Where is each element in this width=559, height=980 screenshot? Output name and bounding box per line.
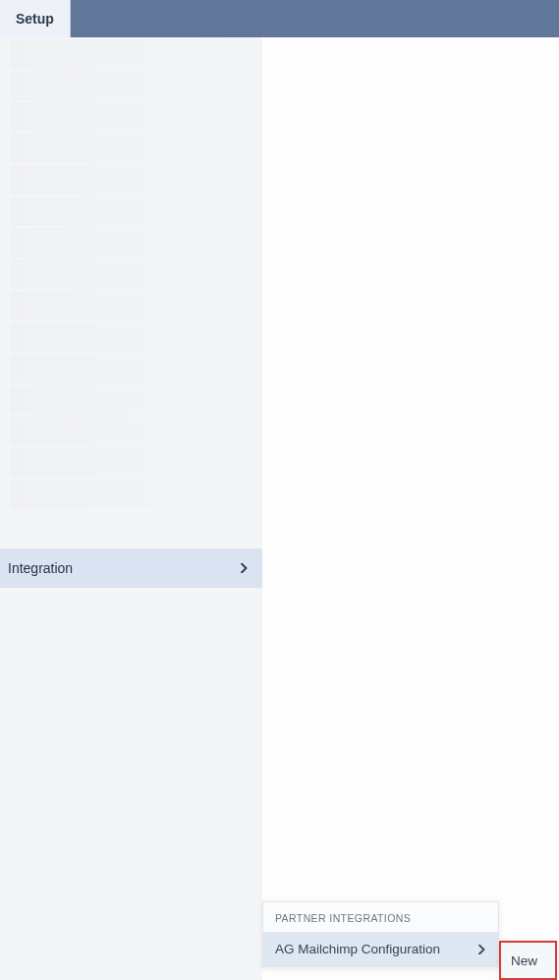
sidebar-placeholder	[10, 197, 252, 226]
sidebar-placeholder	[10, 259, 252, 289]
sidebar-placeholder	[10, 480, 252, 509]
sidebar-placeholder	[10, 39, 252, 69]
sidebar-placeholder	[10, 165, 252, 195]
tab-setup[interactable]: Setup	[0, 0, 71, 37]
chevron-right-icon	[476, 945, 486, 954]
topbar: Setup	[0, 0, 559, 37]
sidebar-placeholder	[10, 228, 252, 258]
flyout-item-label: New	[511, 953, 537, 968]
sidebar-placeholder	[10, 71, 252, 100]
tab-label: Setup	[16, 11, 54, 27]
sidebar-placeholder	[10, 291, 252, 320]
sidebar-item-label: Integration	[8, 560, 73, 576]
sidebar-placeholder	[10, 417, 252, 446]
sidebar: Integration	[0, 37, 262, 980]
sidebar-placeholder	[10, 322, 252, 352]
sidebar-placeholder	[10, 134, 252, 163]
flyout-item-new[interactable]: New	[499, 941, 557, 980]
sidebar-placeholder	[10, 354, 252, 383]
content-area	[262, 37, 559, 980]
chevron-right-icon	[239, 563, 249, 573]
flyout-section-title: PARTNER INTEGRATIONS	[263, 902, 498, 932]
integration-flyout: PARTNER INTEGRATIONS AG Mailchimp Config…	[262, 901, 499, 967]
sidebar-placeholder	[10, 102, 252, 132]
sidebar-placeholder	[10, 448, 252, 478]
flyout-item-label: AG Mailchimp Configuration	[275, 942, 440, 956]
sidebar-item-integration[interactable]: Integration	[0, 548, 262, 588]
sidebar-placeholder	[10, 385, 252, 415]
flyout-item-ag-mailchimp-configuration[interactable]: AG Mailchimp Configuration	[263, 932, 498, 966]
